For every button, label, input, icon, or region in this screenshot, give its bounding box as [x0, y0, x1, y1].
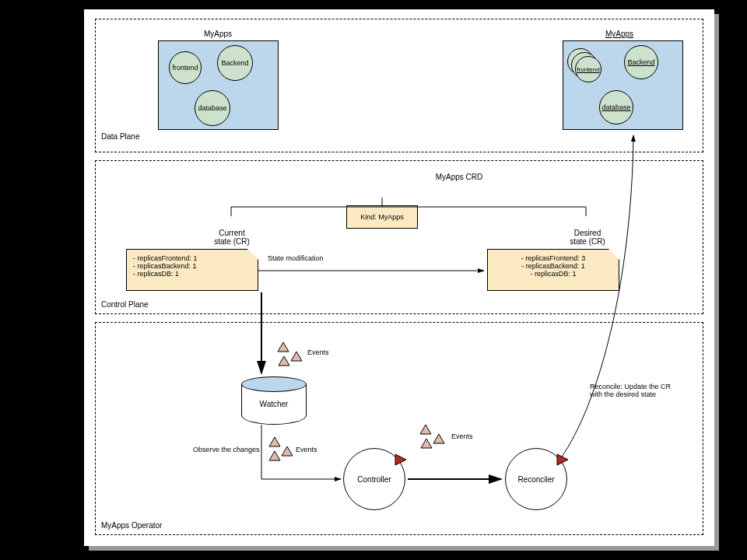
- watcher-cylinder: Watcher: [241, 376, 307, 425]
- reconcile-label: Reconcile: Update the CR with the desire…: [590, 383, 699, 398]
- desired-state-note: - replicasFrontend: 3 - replicasBackend:…: [487, 249, 619, 291]
- events-label-3: Events: [451, 432, 473, 440]
- state-modification-label: State modification: [268, 254, 324, 262]
- frontend-circle-right: frontend: [575, 56, 601, 82]
- events-label-1: Events: [307, 348, 329, 356]
- crd-kind-box: Kind: MyApps: [346, 205, 418, 229]
- current-state-note: - replicasFrontend: 1 - replicasBackend:…: [126, 249, 258, 291]
- operator-section: [95, 322, 703, 535]
- backend-circle-right: Backend: [624, 45, 658, 79]
- operator-label: MyApps Operator: [101, 521, 162, 530]
- controller-circle: Controller: [343, 448, 405, 510]
- database-circle-right: database: [599, 90, 633, 124]
- events-label-2: Events: [296, 446, 317, 453]
- backend-circle-left: Backend: [217, 45, 253, 81]
- crd-title: MyApps CRD: [428, 173, 490, 181]
- frontend-circle-left: frontend: [169, 51, 202, 84]
- current-state-label: Current state (CR): [205, 229, 259, 246]
- right-cluster-title: MyApps: [596, 30, 643, 38]
- left-cluster-title: MyApps: [195, 30, 241, 38]
- control-plane-label: Control Plane: [101, 300, 149, 309]
- database-circle-left: database: [195, 90, 230, 126]
- watcher-label: Watcher: [260, 400, 289, 408]
- desired-state-label: Desired state (CR): [560, 229, 615, 246]
- reconciler-circle: Reconciler: [505, 448, 567, 510]
- observe-label: Observe the changes: [193, 446, 260, 453]
- data-plane-label: Data Plane: [101, 132, 139, 141]
